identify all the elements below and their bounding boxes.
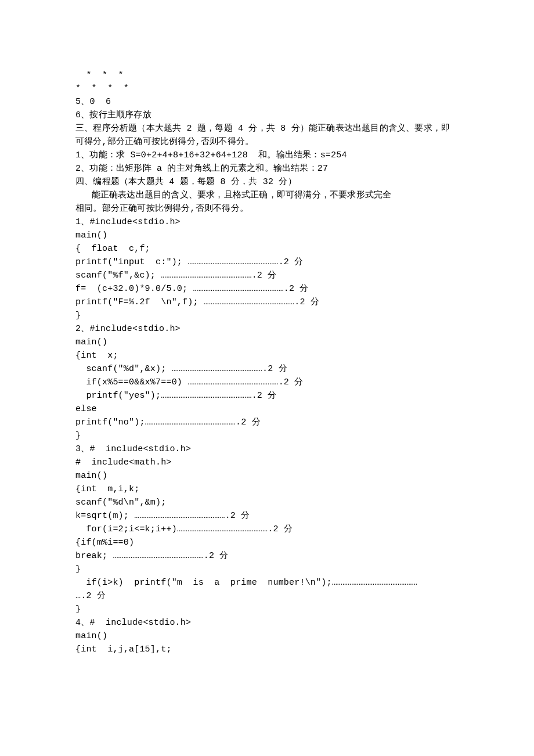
text-line: { float c,f; bbox=[75, 242, 459, 255]
text-line: if(i>k) printf("m is a prime number!\n")… bbox=[75, 576, 459, 589]
text-line: 2、功能：出矩形阵 a 的主对角线上的元素之和。输出结果：27 bbox=[75, 162, 459, 175]
text-line: printf("F=%.2f \n",f); ……………………………………………… bbox=[75, 296, 459, 309]
text-line: } bbox=[75, 603, 459, 616]
text-line: 2、#include<stdio.h> bbox=[75, 322, 459, 336]
text-line: for(i=2;i<=k;i++)…………………………………………….2 分 bbox=[75, 523, 459, 536]
text-line: 3、# include<stdio.h> bbox=[75, 442, 459, 456]
text-line: main() bbox=[75, 336, 459, 349]
text-line: {if(m%i==0) bbox=[75, 536, 459, 549]
text-line: 能正确表达出题目的含义、要求，且格式正确，即可得满分，不要求形式完全 bbox=[75, 189, 459, 202]
text-line: # include<math.h> bbox=[75, 456, 459, 469]
text-line: main() bbox=[75, 469, 459, 483]
text-line: 5、0 6 bbox=[75, 95, 459, 109]
text-line: * * * * bbox=[75, 82, 459, 95]
document-page: * * ** * * *5、0 66、按行主顺序存放三、程序分析题（本大题共 2… bbox=[0, 0, 534, 756]
text-line: 相同。部分正确可按比例得分,否则不得分。 bbox=[75, 202, 459, 215]
text-line: 4、# include<stdio.h> bbox=[75, 616, 459, 629]
text-line: 四、编程题（本大题共 4 题，每题 8 分，共 32 分） bbox=[75, 175, 459, 189]
text-line: else bbox=[75, 402, 459, 416]
text-line: {int x; bbox=[75, 349, 459, 362]
text-line: ….2 分 bbox=[75, 589, 459, 603]
text-line: } bbox=[75, 429, 459, 442]
text-line: 1、功能：求 S=0+2+4+8+16+32+64+128 和。输出结果：s=2… bbox=[75, 149, 459, 162]
text-line: break; …………………………………………….2 分 bbox=[75, 549, 459, 563]
text-line: main() bbox=[75, 629, 459, 643]
text-line: * * * bbox=[75, 69, 459, 82]
text-line: printf("no");…………………………………………….2 分 bbox=[75, 416, 459, 429]
text-line: 6、按行主顺序存放 bbox=[75, 109, 459, 122]
text-line: 可得分,部分正确可按比例得分,否则不得分。 bbox=[75, 135, 459, 149]
text-line: printf("yes");…………………………………………….2 分 bbox=[75, 389, 459, 402]
text-line: printf("input c:"); …………………………………………….2 … bbox=[75, 255, 459, 269]
text-line: } bbox=[75, 563, 459, 576]
text-line: f= (c+32.0)*9.0/5.0; …………………………………………….2… bbox=[75, 282, 459, 296]
text-line: {int i,j,a[15],t; bbox=[75, 643, 459, 656]
text-line: 1、#include<stdio.h> bbox=[75, 215, 459, 229]
text-line: scanf("%d\n",&m); bbox=[75, 496, 459, 509]
text-line: main() bbox=[75, 229, 459, 242]
text-line: } bbox=[75, 309, 459, 322]
text-line: scanf("%f",&c); …………………………………………….2 分 bbox=[75, 269, 459, 282]
text-line: {int m,i,k; bbox=[75, 483, 459, 496]
text-line: scanf("%d",&x); …………………………………………….2 分 bbox=[75, 362, 459, 376]
text-line: if(x%5==0&&x%7==0) …………………………………………….2 分 bbox=[75, 376, 459, 389]
text-line: k=sqrt(m); …………………………………………….2 分 bbox=[75, 509, 459, 523]
text-line: 三、程序分析题（本大题共 2 题，每题 4 分，共 8 分）能正确表达出题目的含… bbox=[75, 122, 459, 135]
